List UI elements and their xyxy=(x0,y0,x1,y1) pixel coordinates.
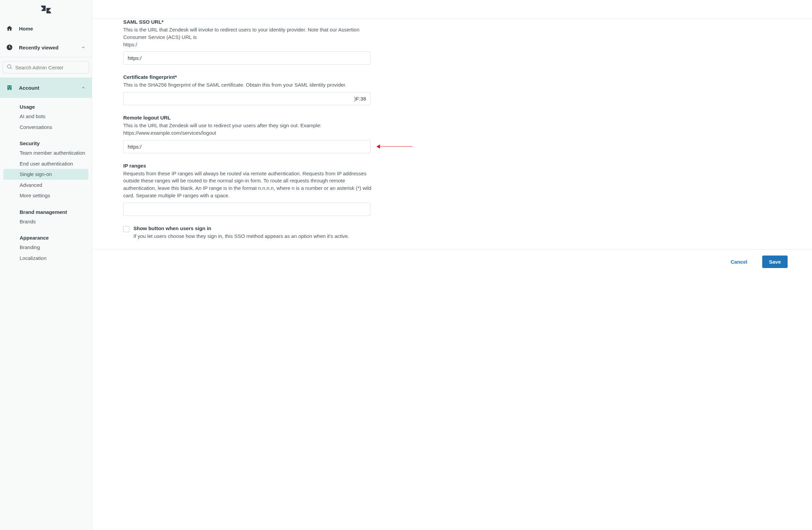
footer: Cancel Save xyxy=(123,249,812,274)
sidebar-item-brands[interactable]: Brands xyxy=(0,216,92,227)
ip-ranges-help: Requests from these IP ranges will alway… xyxy=(123,170,374,199)
nav-home-label: Home xyxy=(19,26,33,31)
svg-rect-4 xyxy=(8,86,9,87)
field-remote-logout: Remote logout URL This is the URL that Z… xyxy=(123,115,374,153)
ip-ranges-label: IP ranges xyxy=(123,163,374,168)
show-button-checkbox[interactable] xyxy=(123,226,129,232)
show-button-help: If you let users choose how they sign in… xyxy=(133,233,349,240)
content: SAML SSO URL* This is the URL that Zende… xyxy=(92,19,812,530)
nav-recent-label: Recently viewed xyxy=(19,45,59,50)
cancel-button[interactable]: Cancel xyxy=(724,255,754,268)
save-button[interactable]: Save xyxy=(762,255,788,268)
svg-rect-8 xyxy=(9,89,10,90)
sidebar-item-end-user-auth[interactable]: End user authentication xyxy=(0,158,92,169)
sidebar-item-ai-and-bots[interactable]: AI and bots xyxy=(0,111,92,122)
svg-point-1 xyxy=(8,65,11,68)
show-button-label: Show button when users sign in xyxy=(133,225,349,231)
section-account-label: Account xyxy=(19,85,39,91)
sidebar-item-conversations[interactable]: Conversations xyxy=(0,122,92,133)
search-container xyxy=(0,57,92,77)
home-icon xyxy=(6,25,13,32)
main: SAML SSO URL* This is the URL that Zende… xyxy=(92,0,812,530)
group-brand-heading: Brand management xyxy=(0,206,92,216)
remote-logout-help: This is the URL that Zendesk will use to… xyxy=(123,122,374,137)
clock-icon xyxy=(6,44,13,51)
search-box[interactable] xyxy=(3,61,89,73)
sidebar: Home Recently viewed Account Usage AI an… xyxy=(0,0,92,530)
cert-fingerprint-input[interactable] xyxy=(123,92,371,105)
section-account[interactable]: Account xyxy=(0,77,92,98)
sidebar-item-team-member-auth[interactable]: Team member authentication xyxy=(0,148,92,158)
remote-logout-input[interactable] xyxy=(123,140,371,153)
group-usage-heading: Usage xyxy=(0,101,92,111)
saml-sso-url-label: SAML SSO URL* xyxy=(123,19,374,25)
remote-logout-label: Remote logout URL xyxy=(123,115,374,120)
building-icon xyxy=(6,85,13,91)
saml-sso-url-help: This is the URL that Zendesk will invoke… xyxy=(123,26,374,48)
field-cert-fingerprint: Certificate fingerprint* This is the SHA… xyxy=(123,74,374,105)
account-subsection: Usage AI and bots Conversations Security… xyxy=(0,98,92,268)
annotation-arrow xyxy=(377,145,412,149)
top-bar xyxy=(92,0,812,19)
chevron-up-icon xyxy=(81,85,86,90)
group-appearance-heading: Appearance xyxy=(0,232,92,242)
svg-rect-7 xyxy=(10,87,11,88)
field-saml-sso-url: SAML SSO URL* This is the URL that Zende… xyxy=(123,19,374,65)
cert-fingerprint-help: This is the SHA256 fingerprint of the SA… xyxy=(123,81,374,89)
sidebar-item-single-sign-on[interactable]: Single sign-on xyxy=(3,169,88,180)
sidebar-item-localization[interactable]: Localization xyxy=(0,253,92,264)
group-security-heading: Security xyxy=(0,137,92,148)
zendesk-logo xyxy=(0,0,92,19)
chevron-down-icon xyxy=(81,45,86,50)
field-show-button: Show button when users sign in If you le… xyxy=(123,225,374,240)
sidebar-item-more-settings[interactable]: More settings xyxy=(0,190,92,201)
search-icon xyxy=(6,64,13,71)
svg-rect-5 xyxy=(10,86,11,87)
svg-line-2 xyxy=(11,68,12,69)
ip-ranges-input[interactable] xyxy=(123,203,371,216)
sidebar-item-advanced[interactable]: Advanced xyxy=(0,180,92,191)
zendesk-logo-icon xyxy=(41,5,51,14)
svg-rect-6 xyxy=(8,87,9,88)
sidebar-item-branding[interactable]: Branding xyxy=(0,242,92,253)
search-input[interactable] xyxy=(15,65,85,70)
nav-home[interactable]: Home xyxy=(0,19,92,38)
saml-sso-url-input[interactable] xyxy=(123,51,371,65)
cert-fingerprint-label: Certificate fingerprint* xyxy=(123,74,374,80)
field-ip-ranges: IP ranges Requests from these IP ranges … xyxy=(123,163,374,216)
nav-recently-viewed[interactable]: Recently viewed xyxy=(0,38,92,57)
